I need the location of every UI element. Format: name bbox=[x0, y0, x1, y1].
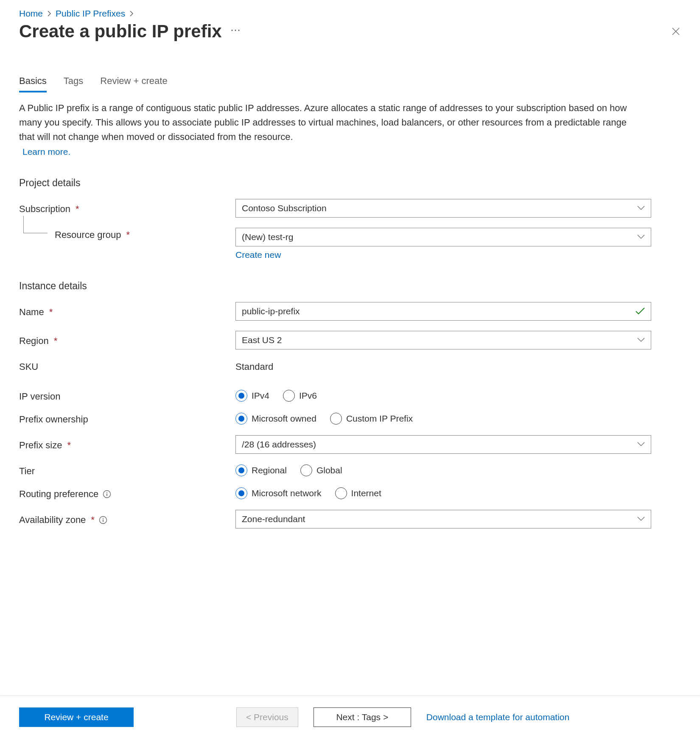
chevron-right-icon bbox=[129, 11, 134, 17]
routing-preference-radio-group: Microsoft network Internet bbox=[235, 487, 651, 499]
availability-zone-label: Availability zone bbox=[19, 514, 86, 526]
routing-internet[interactable]: Internet bbox=[335, 487, 381, 499]
svg-point-1 bbox=[106, 492, 107, 493]
tab-review[interactable]: Review + create bbox=[100, 75, 167, 92]
page-title: Create a public IP prefix bbox=[19, 21, 222, 42]
name-label: Name bbox=[19, 307, 44, 318]
prefix-ownership-custom[interactable]: Custom IP Prefix bbox=[330, 413, 413, 425]
chevron-right-icon bbox=[47, 11, 51, 17]
close-icon[interactable] bbox=[671, 26, 681, 36]
chevron-down-icon bbox=[637, 206, 645, 211]
required-indicator: * bbox=[67, 440, 71, 451]
tab-tags[interactable]: Tags bbox=[64, 75, 83, 92]
prefix-size-label: Prefix size bbox=[19, 440, 62, 451]
ip-version-ipv6-label: IPv6 bbox=[299, 391, 317, 401]
info-icon[interactable] bbox=[103, 490, 111, 498]
tier-regional[interactable]: Regional bbox=[235, 464, 287, 476]
ip-version-label: IP version bbox=[19, 391, 60, 402]
prefix-ownership-custom-label: Custom IP Prefix bbox=[346, 414, 413, 424]
subscription-select[interactable]: Contoso Subscription bbox=[235, 199, 651, 218]
prefix-ownership-microsoft-label: Microsoft owned bbox=[252, 414, 316, 424]
required-indicator: * bbox=[76, 204, 79, 215]
breadcrumb-section[interactable]: Public IP Prefixes bbox=[56, 8, 125, 19]
prefix-size-value: /28 (16 addresses) bbox=[242, 439, 316, 450]
create-new-link[interactable]: Create new bbox=[235, 250, 281, 260]
ip-version-ipv6[interactable]: IPv6 bbox=[283, 390, 317, 402]
more-options-icon[interactable]: ⋯ bbox=[230, 24, 241, 39]
name-value: public-ip-prefix bbox=[242, 306, 300, 316]
review-create-button[interactable]: Review + create bbox=[19, 707, 134, 727]
tier-label: Tier bbox=[19, 466, 35, 477]
routing-preference-label: Routing preference bbox=[19, 489, 98, 500]
region-value: East US 2 bbox=[242, 335, 282, 345]
tabs: Basics Tags Review + create bbox=[19, 75, 681, 92]
sku-value: Standard bbox=[235, 360, 651, 372]
region-label: Region bbox=[19, 335, 49, 347]
routing-microsoft-network[interactable]: Microsoft network bbox=[235, 487, 322, 499]
description: A Public IP prefix is a range of contigu… bbox=[19, 101, 634, 144]
chevron-down-icon bbox=[637, 338, 645, 343]
svg-point-4 bbox=[103, 518, 104, 519]
tier-radio-group: Regional Global bbox=[235, 464, 651, 476]
next-button[interactable]: Next : Tags > bbox=[314, 707, 411, 727]
resource-group-label: Resource group bbox=[55, 229, 121, 240]
download-template-link[interactable]: Download a template for automation bbox=[426, 712, 569, 722]
region-select[interactable]: East US 2 bbox=[235, 331, 651, 349]
tier-global-label: Global bbox=[316, 465, 342, 475]
breadcrumb-home[interactable]: Home bbox=[19, 8, 43, 19]
required-indicator: * bbox=[54, 335, 58, 347]
learn-more-link[interactable]: Learn more. bbox=[22, 147, 681, 157]
prefix-ownership-radio-group: Microsoft owned Custom IP Prefix bbox=[235, 413, 651, 425]
tier-regional-label: Regional bbox=[252, 465, 287, 475]
section-instance-details: Instance details bbox=[19, 280, 681, 292]
resource-group-select[interactable]: (New) test-rg bbox=[235, 228, 651, 246]
svg-rect-2 bbox=[106, 494, 107, 496]
checkmark-icon bbox=[636, 308, 645, 315]
chevron-down-icon bbox=[637, 442, 645, 447]
subscription-value: Contoso Subscription bbox=[242, 203, 327, 213]
sku-label: SKU bbox=[19, 361, 38, 372]
prefix-ownership-label: Prefix ownership bbox=[19, 414, 88, 425]
tier-global[interactable]: Global bbox=[300, 464, 342, 476]
required-indicator: * bbox=[49, 307, 53, 318]
breadcrumb: Home Public IP Prefixes bbox=[19, 8, 681, 19]
chevron-down-icon bbox=[637, 517, 645, 522]
routing-internet-label: Internet bbox=[351, 488, 381, 498]
required-indicator: * bbox=[91, 514, 95, 526]
name-input[interactable]: public-ip-prefix bbox=[235, 302, 651, 321]
chevron-down-icon bbox=[637, 235, 645, 240]
svg-rect-5 bbox=[103, 520, 104, 522]
availability-zone-value: Zone-redundant bbox=[242, 514, 305, 524]
footer: Review + create < Previous Next : Tags >… bbox=[0, 696, 700, 738]
ip-version-radio-group: IPv4 IPv6 bbox=[235, 390, 651, 402]
ip-version-ipv4[interactable]: IPv4 bbox=[235, 390, 269, 402]
prefix-size-select[interactable]: /28 (16 addresses) bbox=[235, 435, 651, 454]
resource-group-value: (New) test-rg bbox=[242, 232, 293, 242]
info-icon[interactable] bbox=[99, 516, 107, 524]
tab-basics[interactable]: Basics bbox=[19, 75, 47, 92]
required-indicator: * bbox=[126, 229, 130, 240]
prefix-ownership-microsoft[interactable]: Microsoft owned bbox=[235, 413, 316, 425]
availability-zone-select[interactable]: Zone-redundant bbox=[235, 510, 651, 528]
subscription-label: Subscription bbox=[19, 204, 70, 215]
ip-version-ipv4-label: IPv4 bbox=[252, 391, 269, 401]
previous-button: < Previous bbox=[236, 707, 298, 727]
routing-microsoft-network-label: Microsoft network bbox=[252, 488, 322, 498]
section-project-details: Project details bbox=[19, 177, 681, 189]
